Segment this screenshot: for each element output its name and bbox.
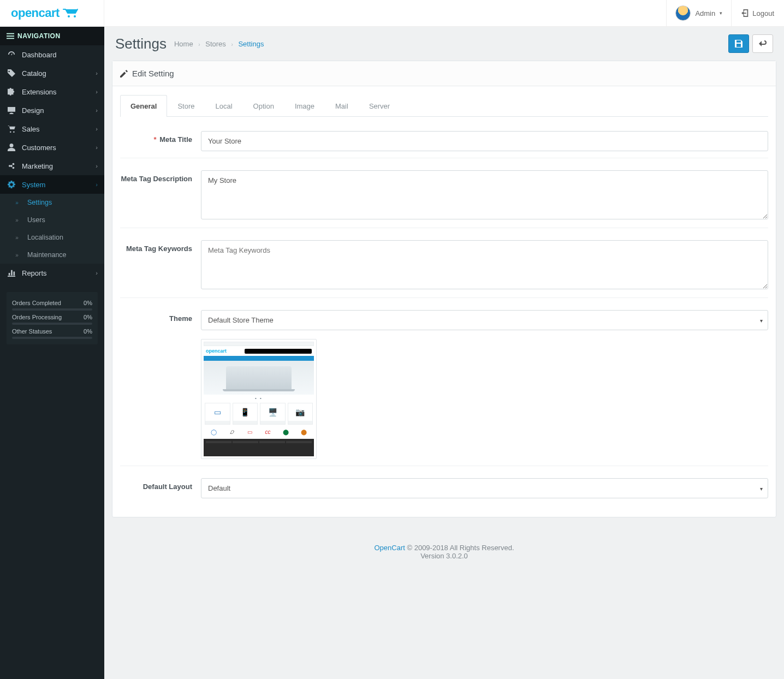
nav-title: NAVIGATION — [0, 27, 104, 45]
dashboard-icon — [7, 51, 16, 59]
sidebar: NAVIGATION Dashboard Catalog › Extension… — [0, 27, 104, 679]
arrow-right-icon: » — [12, 217, 22, 223]
avatar — [675, 5, 691, 21]
chevron-right-icon: › — [96, 163, 98, 169]
row-meta-description: Meta Tag Description My Store — [120, 158, 768, 228]
tab-image[interactable]: Image — [284, 95, 325, 117]
chevron-right-icon: › — [96, 270, 98, 276]
system-submenu: » Settings » Users » Localisation » Main… — [0, 194, 104, 264]
breadcrumb-current: Settings — [238, 40, 264, 48]
settings-tabs: General Store Local Option Image Mail Se… — [120, 95, 768, 117]
pencil-icon — [120, 70, 128, 78]
panel-title: Edit Setting — [132, 69, 174, 78]
settings-panel: Edit Setting General Store Local Option … — [112, 61, 776, 517]
tab-general[interactable]: General — [120, 95, 167, 117]
tag-icon — [7, 69, 16, 78]
label-meta-title: * Meta Title — [120, 131, 201, 151]
footer: OpenCart © 2009-2018 All Rights Reserved… — [104, 528, 784, 580]
logo-box: opencart — [0, 0, 104, 27]
sidebar-item-system[interactable]: System › — [0, 175, 104, 194]
input-meta-title[interactable] — [201, 131, 768, 151]
sidebar-subitem-localisation[interactable]: » Localisation — [0, 229, 104, 246]
stat-orders-processing: Orders Processing 0% — [12, 314, 92, 320]
arrow-right-icon: » — [12, 252, 22, 258]
breadcrumb-stores[interactable]: Stores — [205, 40, 226, 48]
arrow-right-icon: » — [12, 200, 22, 206]
app-header: opencart Admin ▾ Logout — [0, 0, 784, 27]
back-icon — [758, 39, 767, 48]
stat-other-statuses: Other Statuses 0% — [12, 328, 92, 335]
logout-button[interactable]: Logout — [731, 0, 784, 27]
cancel-button[interactable] — [752, 34, 773, 53]
tab-local[interactable]: Local — [205, 95, 243, 117]
chevron-right-icon: › — [96, 88, 98, 95]
label-meta-description: Meta Tag Description — [120, 170, 201, 221]
nav-title-text: NAVIGATION — [17, 32, 61, 40]
gear-icon — [7, 181, 16, 189]
main: Settings Home › Stores › Settings Edit — [104, 27, 784, 679]
chevron-right-icon: › — [96, 144, 98, 151]
save-button[interactable] — [728, 34, 749, 53]
sidebar-subitem-maintenance[interactable]: » Maintenance — [0, 246, 104, 264]
tab-option[interactable]: Option — [243, 95, 284, 117]
row-theme: Theme Default Store Theme opencart — [120, 297, 768, 466]
brand-logo[interactable]: opencart — [11, 6, 79, 20]
action-buttons — [728, 34, 773, 53]
logout-icon — [741, 9, 749, 17]
stat-orders-completed: Orders Completed 0% — [12, 300, 92, 306]
footer-copyright: © 2009-2018 All Rights Reserved. — [407, 544, 514, 552]
svg-point-0 — [68, 15, 70, 17]
footer-brand-link[interactable]: OpenCart — [374, 544, 405, 552]
sidebar-item-customers[interactable]: Customers › — [0, 138, 104, 157]
user-menu[interactable]: Admin ▾ — [666, 0, 731, 27]
sidebar-subitem-users[interactable]: » Users — [0, 211, 104, 229]
bars-icon — [7, 32, 14, 40]
label-theme: Theme — [120, 310, 201, 459]
textarea-meta-keywords[interactable] — [201, 240, 768, 289]
chevron-right-icon: › — [96, 107, 98, 114]
label-meta-keywords: Meta Tag Keywords — [120, 240, 201, 291]
chart-bar-icon — [7, 269, 16, 277]
sidebar-item-dashboard[interactable]: Dashboard — [0, 45, 104, 64]
page-title: Settings — [115, 35, 167, 52]
textarea-meta-description[interactable]: My Store — [201, 170, 768, 219]
page-head: Settings Home › Stores › Settings — [104, 27, 784, 61]
puzzle-icon — [7, 88, 16, 96]
caret-down-icon: ▾ — [720, 10, 722, 16]
tab-mail[interactable]: Mail — [325, 95, 359, 117]
chevron-right-icon: › — [96, 126, 98, 132]
svg-point-1 — [74, 15, 76, 17]
chevron-right-icon: › — [96, 181, 98, 188]
save-icon — [734, 39, 743, 48]
cart-icon — [7, 125, 16, 133]
sidebar-item-design[interactable]: Design › — [0, 101, 104, 120]
breadcrumb-home[interactable]: Home — [174, 40, 193, 48]
select-default-layout[interactable]: Default — [201, 478, 768, 498]
sidebar-subitem-settings[interactable]: » Settings — [0, 194, 104, 211]
tab-store[interactable]: Store — [167, 95, 205, 117]
theme-preview: opencart • • ▭ 📱 🖥️ 📷 ◯ — [201, 339, 317, 459]
sidebar-item-marketing[interactable]: Marketing › — [0, 157, 104, 175]
footer-version: Version 3.0.2.0 — [104, 552, 784, 560]
user-name: Admin — [695, 9, 715, 17]
select-theme[interactable]: Default Store Theme — [201, 310, 768, 330]
row-meta-keywords: Meta Tag Keywords — [120, 228, 768, 297]
arrow-right-icon: » — [12, 235, 22, 241]
stats-box: Orders Completed 0% Orders Processing 0%… — [7, 292, 98, 344]
sidebar-item-reports[interactable]: Reports › — [0, 264, 104, 282]
sidebar-item-extensions[interactable]: Extensions › — [0, 82, 104, 101]
monitor-icon — [7, 106, 16, 115]
breadcrumb: Home › Stores › Settings — [174, 40, 264, 48]
sidebar-item-sales[interactable]: Sales › — [0, 120, 104, 138]
panel-body: General Store Local Option Image Mail Se… — [112, 86, 776, 517]
user-icon — [7, 144, 16, 152]
row-default-layout: Default Layout Default — [120, 466, 768, 505]
cart-icon — [63, 8, 79, 18]
panel-head: Edit Setting — [112, 61, 776, 86]
sidebar-item-catalog[interactable]: Catalog › — [0, 64, 104, 82]
label-default-layout: Default Layout — [120, 478, 201, 498]
logout-label: Logout — [752, 9, 774, 17]
tab-server[interactable]: Server — [359, 95, 400, 117]
brand-name: opencart — [11, 6, 60, 20]
header-right: Admin ▾ Logout — [666, 0, 784, 27]
